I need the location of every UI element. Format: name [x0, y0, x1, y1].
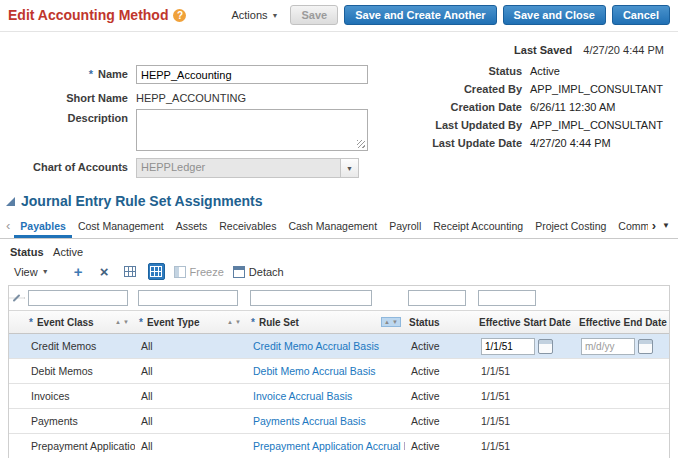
chart-of-accounts-select[interactable]: HEPPLedger [136, 158, 359, 178]
tab-commercial-banking[interactable]: Commercial Banking [612, 215, 647, 238]
section-journal-entry-rule-set-assignments[interactable]: Journal Entry Rule Set Assignments [0, 183, 678, 213]
effective-start-date-input[interactable] [481, 338, 535, 355]
freeze-icon [174, 266, 186, 278]
rule-set-link[interactable]: Credit Memo Accrual Basis [253, 340, 379, 352]
event-class-value: Debit Memos [31, 365, 93, 377]
effective-end-date-input[interactable] [581, 338, 635, 355]
start-date-field [481, 338, 553, 355]
info-row-last-updated-by: Last Updated By APP_IMPL_CONSULTANT [400, 119, 670, 131]
sort-ascending-icon[interactable] [227, 319, 233, 325]
tab-payables[interactable]: Payables [14, 215, 72, 238]
rule-set-link[interactable]: Debit Memo Accrual Basis [253, 365, 376, 377]
table-row[interactable]: Payments All Payments Accrual Basis Acti… [9, 409, 669, 434]
query-by-example-icon[interactable] [148, 263, 165, 280]
tab-overflow-menu-icon[interactable] [660, 221, 676, 230]
column-label: Event Type [147, 317, 200, 328]
rule-set-assignments-table: * Event Class * Event Type * Rule Set St… [8, 285, 670, 458]
sort-controls[interactable] [225, 318, 243, 326]
sort-descending-icon[interactable] [392, 319, 398, 325]
export-icon[interactable] [122, 263, 139, 280]
save-and-create-another-button[interactable]: Save and Create Another [344, 5, 496, 25]
chart-of-accounts-row: Chart of Accounts HEPPLedger [8, 158, 400, 178]
sort-descending-icon[interactable] [123, 319, 129, 325]
tab-cost-management[interactable]: Cost Management [72, 215, 170, 238]
start-date-value: 1/1/51 [481, 365, 510, 377]
rule-set-link[interactable]: Invoice Accrual Basis [253, 390, 352, 402]
help-icon[interactable] [173, 9, 186, 22]
add-row-icon[interactable] [70, 263, 87, 280]
tab-status-line: Status Active [0, 239, 678, 260]
sort-descending-icon[interactable] [235, 319, 241, 325]
title-wrap: Edit Accounting Method [8, 7, 186, 23]
tab-bar: Payables Cost Management Assets Receivab… [0, 213, 678, 239]
sort-controls[interactable] [113, 318, 131, 326]
required-marker: * [251, 317, 255, 328]
filter-start-date-input[interactable] [478, 290, 536, 306]
table-row[interactable]: Invoices All Invoice Accrual Basis Activ… [9, 384, 669, 409]
tab-assets[interactable]: Assets [170, 215, 214, 238]
form-area: * Name Short Name HEPP_ACCOUNTING Descri… [0, 56, 678, 183]
collapse-triangle-icon[interactable] [6, 197, 15, 206]
last-saved-value: 4/27/20 4:44 PM [583, 44, 664, 56]
sort-ascending-icon[interactable] [384, 319, 390, 325]
save-button[interactable]: Save [290, 5, 338, 25]
scroll-left-icon[interactable] [2, 218, 14, 233]
table-row[interactable]: Credit Memos All Credit Memo Accrual Bas… [9, 334, 669, 359]
filter-row [9, 286, 669, 311]
filter-event-class-input[interactable] [28, 290, 128, 306]
view-menu-button[interactable]: View [8, 265, 55, 279]
info-label: Created By [400, 83, 530, 95]
last-saved: Last Saved 4/27/20 4:44 PM [0, 32, 678, 56]
name-input[interactable] [136, 65, 368, 84]
tab-project-costing[interactable]: Project Costing [529, 215, 612, 238]
status-label: Status [10, 246, 44, 258]
short-name-row: Short Name HEPP_ACCOUNTING [8, 89, 400, 104]
scroll-right-icon[interactable] [648, 218, 660, 233]
detach-button[interactable]: Detach [233, 266, 284, 278]
status-value: Active [411, 340, 440, 352]
short-name-value: HEPP_ACCOUNTING [136, 89, 246, 104]
chart-of-accounts-value: HEPPLedger [136, 158, 341, 178]
rule-set-link[interactable]: Payments Accrual Basis [253, 415, 366, 427]
freeze-button[interactable]: Freeze [174, 266, 224, 278]
calendar-icon[interactable] [638, 339, 653, 354]
tab-cash-management[interactable]: Cash Management [282, 215, 383, 238]
filter-event-type-input[interactable] [138, 290, 238, 306]
column-label: Rule Set [259, 317, 299, 328]
filter-status-input[interactable] [408, 290, 466, 306]
info-row-last-update-date: Last Update Date 4/27/20 4:44 PM [400, 137, 670, 149]
actions-menu-button[interactable]: Actions [225, 8, 284, 22]
start-date-value: 1/1/51 [481, 390, 510, 402]
column-header-rule-set[interactable]: * Rule Set [247, 311, 405, 333]
tab-receivables[interactable]: Receivables [213, 215, 282, 238]
save-and-close-button[interactable]: Save and Close [503, 5, 606, 25]
chevron-down-icon[interactable] [341, 158, 359, 178]
tab-receipt-accounting[interactable]: Receipt Accounting [427, 215, 529, 238]
edit-gutter[interactable] [9, 297, 25, 299]
calendar-icon[interactable] [538, 339, 553, 354]
filter-rule-set-input[interactable] [250, 290, 372, 306]
section-title: Journal Entry Rule Set Assignments [21, 193, 262, 209]
description-input[interactable] [136, 109, 368, 151]
table-toolbar: View Freeze Detach [0, 260, 678, 285]
sort-controls[interactable] [381, 317, 401, 327]
cancel-button[interactable]: Cancel [612, 5, 670, 25]
column-header-event-class[interactable]: * Event Class [25, 311, 135, 333]
column-header-status[interactable]: Status [405, 311, 475, 333]
info-label: Status [400, 65, 530, 77]
column-header-effective-end-date[interactable]: Effective End Date [575, 311, 669, 333]
start-date-value: 1/1/51 [481, 440, 510, 452]
column-header-effective-start-date[interactable]: Effective Start Date [475, 311, 575, 333]
rule-set-link[interactable]: Prepayment Application Accrual Basis [253, 440, 405, 452]
column-header-event-type[interactable]: * Event Type [135, 311, 247, 333]
table-row[interactable]: Debit Memos All Debit Memo Accrual Basis… [9, 359, 669, 384]
tab-payroll[interactable]: Payroll [383, 215, 427, 238]
event-class-value: Prepayment Applications [31, 440, 135, 452]
short-name-label: Short Name [8, 89, 136, 104]
delete-row-icon[interactable] [96, 263, 113, 280]
sort-ascending-icon[interactable] [115, 319, 121, 325]
resize-handle[interactable] [357, 140, 365, 148]
info-label: Creation Date [400, 101, 530, 113]
status-value: Active [53, 246, 83, 258]
table-row[interactable]: Prepayment Applications All Prepayment A… [9, 434, 669, 458]
